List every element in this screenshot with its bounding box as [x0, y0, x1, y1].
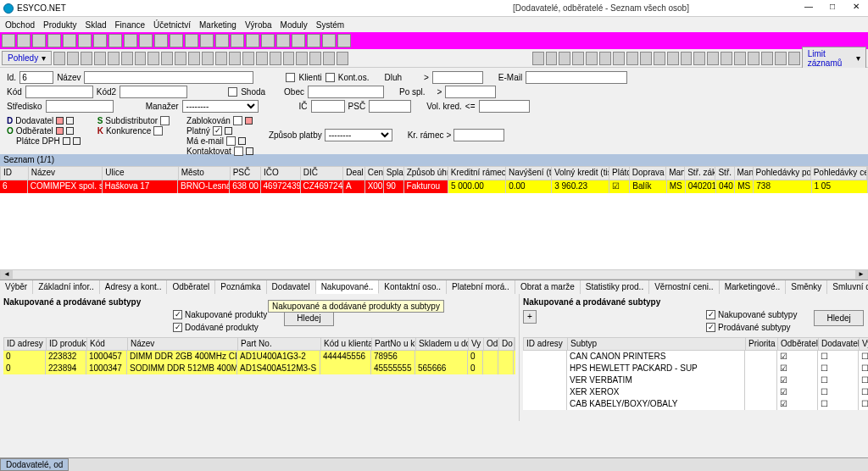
tab[interactable]: Směnky: [786, 280, 827, 294]
view-button[interactable]: [309, 52, 321, 65]
toolbar-button[interactable]: [231, 34, 244, 47]
tab[interactable]: Poznámka: [215, 280, 266, 294]
grid-body[interactable]: 6COMIMPEX spol. s r.o.Haškova 17BRNO-Les…: [0, 180, 868, 269]
view-button[interactable]: [693, 52, 705, 65]
right-grid-row[interactable]: HPS HEWLETT PACKARD - SUP☑☐☐0.00: [523, 363, 868, 374]
color-box[interactable]: [56, 127, 64, 135]
tab[interactable]: Dodavatel: [267, 280, 316, 294]
menu-vyroba[interactable]: Výroba: [245, 20, 272, 30]
grid-col-header[interactable]: Volný kredit (tis.): [552, 167, 609, 180]
toolbar-button[interactable]: [2, 34, 15, 47]
scroll-right-icon[interactable]: ►: [855, 270, 867, 279]
view-button[interactable]: [721, 52, 732, 65]
view-button[interactable]: [734, 52, 746, 65]
hledej-right-button[interactable]: Hledej: [814, 310, 863, 326]
krramec-input[interactable]: [453, 129, 504, 141]
tab[interactable]: Odběratel: [167, 280, 215, 294]
zpusob-platby-select[interactable]: --------: [325, 129, 392, 141]
left-grid-col[interactable]: Kód u klienta: [321, 338, 372, 350]
stredisko-input[interactable]: [46, 100, 114, 113]
grid-col-header[interactable]: Název: [29, 167, 103, 180]
view-button[interactable]: [147, 52, 159, 65]
psc-input[interactable]: [369, 100, 411, 113]
menu-ucetnictvi[interactable]: Účetnictví: [153, 20, 191, 30]
view-button[interactable]: [135, 52, 147, 65]
tab[interactable]: Základní infor..: [33, 280, 100, 294]
view-button[interactable]: [94, 52, 106, 65]
pospl-input[interactable]: [445, 86, 496, 98]
left-grid-body[interactable]: 02238321000457DIMM DDR 2GB 400MHz CLAD1U…: [3, 351, 515, 374]
toolbar-button[interactable]: [17, 34, 31, 47]
view-button[interactable]: [532, 52, 544, 65]
view-button[interactable]: [707, 52, 719, 65]
grid-col-header[interactable]: ID: [1, 167, 29, 180]
id-input[interactable]: [19, 71, 53, 84]
grid-cell[interactable]: MS: [667, 180, 686, 193]
left-grid-col[interactable]: ID adresy: [4, 338, 47, 350]
dluh-input[interactable]: [432, 71, 483, 84]
tab[interactable]: Obrat a marže: [515, 280, 581, 294]
toolbar-button[interactable]: [154, 34, 168, 47]
tab[interactable]: Smluvní doku..: [827, 280, 868, 294]
tab[interactable]: Kontaktní oso..: [379, 280, 447, 294]
toolbar-button[interactable]: [47, 34, 61, 47]
close-button[interactable]: ✕: [848, 2, 865, 14]
view-button[interactable]: [788, 52, 800, 65]
view-button[interactable]: [613, 52, 625, 65]
grid-cell[interactable]: CZ469724: [301, 180, 344, 193]
view-button[interactable]: [572, 52, 584, 65]
view-button[interactable]: [599, 52, 611, 65]
menu-obchod[interactable]: Obchod: [5, 20, 35, 30]
status-tab[interactable]: Dodavatelé, od: [0, 458, 69, 471]
kod-input[interactable]: [25, 86, 93, 98]
right-grid-col[interactable]: ID adresy: [524, 338, 568, 350]
view-button[interactable]: [586, 52, 598, 65]
view-button[interactable]: [667, 52, 679, 65]
toolbar-button[interactable]: [63, 34, 76, 47]
tab[interactable]: Adresy a kont..: [100, 280, 168, 294]
grid-cell[interactable]: X00: [365, 180, 384, 193]
nazev-input[interactable]: [84, 71, 253, 84]
view-button[interactable]: [242, 52, 254, 65]
grid-cell[interactable]: MS: [735, 180, 754, 193]
tab[interactable]: Platební morá..: [447, 280, 515, 294]
view-button[interactable]: [108, 52, 120, 65]
view-button[interactable]: [256, 52, 268, 65]
view-button[interactable]: [546, 52, 558, 65]
grid-cell[interactable]: Haškova 17: [103, 180, 179, 193]
view-button[interactable]: [296, 52, 308, 65]
view-button[interactable]: [215, 52, 227, 65]
grid-col-header[interactable]: Deal: [343, 167, 365, 180]
grid-cell[interactable]: 5 000.00: [448, 180, 506, 193]
grid-cell[interactable]: ☑: [609, 180, 630, 193]
left-grid-col[interactable]: Vy: [469, 338, 484, 350]
tab[interactable]: Marketingové..: [720, 280, 787, 294]
view-button[interactable]: [202, 52, 214, 65]
grid-cell[interactable]: BRNO-Lesná: [178, 180, 230, 193]
grid-col-header[interactable]: Způsob úhrady: [404, 167, 448, 180]
right-grid-col[interactable]: Subtyp: [568, 338, 746, 350]
grid-row[interactable]: 6COMIMPEX spol. s r.o.Haškova 17BRNO-Les…: [0, 180, 868, 193]
view-button[interactable]: [323, 52, 335, 65]
menu-sklad[interactable]: Sklad: [86, 20, 107, 30]
grid-cell[interactable]: 90: [384, 180, 404, 193]
view-button[interactable]: [559, 52, 570, 65]
grid-col-header[interactable]: Kreditní rámec (tis.): [448, 167, 506, 180]
grid-col-header[interactable]: Stř. zák.: [685, 167, 715, 180]
color-box[interactable]: [63, 137, 70, 145]
color-box[interactable]: [66, 127, 74, 135]
grid-cell[interactable]: 46972439: [261, 180, 301, 193]
grid-cell[interactable]: 1 05: [812, 180, 868, 193]
view-button[interactable]: [748, 52, 760, 65]
grid-col-header[interactable]: PSČ: [231, 167, 261, 180]
view-button[interactable]: [67, 52, 79, 65]
toolbar-button[interactable]: [322, 34, 336, 47]
right-grid-col[interactable]: Dodavatel: [819, 338, 860, 350]
email-input[interactable]: [526, 71, 627, 84]
color-box[interactable]: [245, 117, 253, 125]
grid-col-header[interactable]: Město: [179, 167, 231, 180]
view-button[interactable]: [283, 52, 295, 65]
grid-cell[interactable]: 040: [716, 180, 735, 193]
left-grid-row[interactable]: 02238321000457DIMM DDR 2GB 400MHz CLAD1U…: [3, 351, 515, 363]
ic-input[interactable]: [311, 100, 345, 113]
